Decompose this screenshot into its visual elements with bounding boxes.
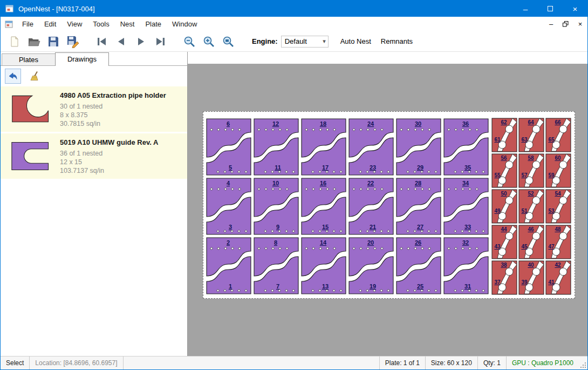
drawing-area: 103.7137 sq/in bbox=[60, 166, 158, 175]
tab-strip: PlatesDrawings bbox=[1, 52, 187, 65]
save-button[interactable] bbox=[44, 33, 63, 50]
nest-part-pair-purple[interactable]: 28 27 bbox=[395, 177, 442, 236]
status-plate: Plate: 1 of 1 bbox=[379, 356, 425, 369]
part-number: 22 bbox=[367, 180, 374, 186]
drawing-list-item-2[interactable]: 5019 A10 UHMW guide Rev. A 36 of 1 neste… bbox=[1, 133, 187, 179]
nest-part-pair-red[interactable]: 44 43 bbox=[491, 224, 518, 260]
nest-part-pair-red[interactable]: 56 55 bbox=[491, 153, 518, 189]
nest-part-pair-purple[interactable]: 22 21 bbox=[347, 177, 395, 236]
maximize-button[interactable] bbox=[538, 1, 563, 17]
next-button[interactable] bbox=[131, 33, 151, 50]
tab-drawings[interactable]: Drawings bbox=[55, 52, 109, 66]
remnants-button[interactable]: Remnants bbox=[378, 35, 416, 48]
part-number: 18 bbox=[320, 120, 326, 127]
drawing-list-item-1[interactable]: 4980 A05 Extraction pipe holder 30 of 1 … bbox=[1, 86, 187, 132]
zoom-out-button[interactable] bbox=[180, 33, 199, 50]
nest-part-pair-purple[interactable]: 26 25 bbox=[395, 236, 442, 295]
drawings-toolbar bbox=[1, 66, 187, 86]
nest-part-pair-red[interactable]: 58 57 bbox=[518, 153, 545, 189]
new-button[interactable] bbox=[5, 33, 24, 50]
menu-item-nest[interactable]: Nest bbox=[115, 17, 140, 31]
clear-drawings-button[interactable] bbox=[26, 69, 43, 84]
nest-part-pair-red[interactable]: 64 63 bbox=[518, 117, 545, 153]
nest-part-pair-purple[interactable]: 8 7 bbox=[252, 236, 300, 295]
menu-item-file[interactable]: File bbox=[17, 17, 39, 31]
nest-part-pair-red[interactable]: 52 51 bbox=[518, 189, 545, 224]
nest-part-pair-purple[interactable]: 2 1 bbox=[205, 236, 252, 295]
part-number: 58 bbox=[528, 155, 534, 161]
nest-part-pair-purple[interactable]: 12 11 bbox=[252, 117, 300, 177]
nest-part-pair-purple[interactable]: 16 15 bbox=[300, 177, 347, 236]
engine-label: Engine: bbox=[252, 37, 278, 45]
nest-part-pair-purple[interactable]: 36 35 bbox=[442, 117, 490, 177]
part-number: 17 bbox=[322, 164, 329, 171]
nest-part-pair-red[interactable]: 62 61 bbox=[491, 117, 518, 153]
nest-part-pair-red[interactable]: 46 45 bbox=[518, 224, 545, 260]
nest-part-pair-red[interactable]: 66 65 bbox=[545, 117, 572, 153]
save-floppy-icon bbox=[47, 36, 59, 48]
drawing-size: 12 x 15 bbox=[60, 158, 158, 166]
zoom-in-icon bbox=[202, 35, 215, 48]
part-number: 54 bbox=[555, 191, 561, 197]
restore-icon bbox=[563, 21, 569, 27]
part-number: 62 bbox=[501, 119, 507, 125]
menu-item-tools[interactable]: Tools bbox=[87, 17, 114, 31]
nest-part-pair-purple[interactable]: 20 19 bbox=[347, 236, 395, 295]
nest-part-pair-purple[interactable]: 30 29 bbox=[395, 117, 442, 177]
minimize-button[interactable]: – bbox=[513, 1, 538, 17]
zoom-in-button[interactable] bbox=[199, 33, 218, 50]
status-gpu: GPU : Quadro P1000 bbox=[506, 356, 579, 369]
part-number: 35 bbox=[464, 164, 471, 171]
window-title: OpenNest - [N0317-004] bbox=[18, 5, 513, 13]
nest-part-pair-purple[interactable]: 4 3 bbox=[205, 177, 252, 236]
menu-item-plate[interactable]: Plate bbox=[140, 17, 167, 31]
nest-canvas[interactable]: 6 5 12 11 18 17 24 23 30 29 36 35 4 3 bbox=[188, 52, 587, 356]
nest-part-pair-purple[interactable]: 14 13 bbox=[300, 236, 347, 295]
nest-part-pair-purple[interactable]: 10 9 bbox=[252, 177, 300, 236]
new-document-icon bbox=[9, 36, 20, 48]
nest-part-pair-purple[interactable]: 32 31 bbox=[442, 236, 490, 295]
part-number: 39 bbox=[521, 279, 528, 285]
part-number: 10 bbox=[272, 180, 279, 186]
last-button[interactable] bbox=[151, 33, 170, 50]
mdi-restore-button[interactable] bbox=[558, 18, 573, 30]
nest-part-pair-red[interactable]: 54 53 bbox=[545, 189, 572, 224]
part-number: 47 bbox=[548, 244, 555, 250]
mdi-child-icon[interactable] bbox=[5, 20, 13, 29]
tab-plates[interactable]: Plates bbox=[2, 53, 56, 65]
part-number: 56 bbox=[501, 155, 507, 161]
nest-part-pair-red[interactable]: 38 37 bbox=[491, 260, 518, 295]
nest-part-pair-purple[interactable]: 34 33 bbox=[442, 177, 490, 236]
part-number: 31 bbox=[464, 283, 471, 290]
plate[interactable]: 6 5 12 11 18 17 24 23 30 29 36 35 4 3 bbox=[203, 111, 575, 299]
close-button[interactable]: × bbox=[563, 1, 587, 17]
nest-part-pair-purple[interactable]: 6 5 bbox=[205, 117, 252, 177]
nest-part-pair-purple[interactable]: 18 17 bbox=[300, 117, 347, 177]
engine-select[interactable]: Default ▾ bbox=[281, 36, 329, 48]
nest-part-pair-red[interactable]: 40 39 bbox=[518, 260, 545, 295]
menu-item-window[interactable]: Window bbox=[167, 17, 202, 31]
part-number: 65 bbox=[548, 137, 555, 143]
previous-button[interactable] bbox=[112, 33, 131, 50]
menu-item-edit[interactable]: Edit bbox=[39, 17, 61, 31]
nest-part-pair-red[interactable]: 50 49 bbox=[491, 189, 518, 224]
zoom-fit-button[interactable] bbox=[218, 33, 238, 50]
nest-part-pair-red[interactable]: 48 47 bbox=[545, 224, 572, 260]
auto-nest-button[interactable]: Auto Nest bbox=[337, 35, 374, 48]
part-number: 7 bbox=[276, 283, 279, 290]
nest-part-pair-red[interactable]: 42 41 bbox=[545, 260, 572, 295]
import-drawing-button[interactable] bbox=[5, 69, 21, 84]
drawing-size: 8 x 8.375 bbox=[60, 111, 166, 119]
app-icon bbox=[5, 4, 14, 13]
mdi-minimize-button[interactable]: – bbox=[544, 18, 558, 30]
menu-item-view[interactable]: View bbox=[61, 17, 87, 31]
resize-grip[interactable] bbox=[579, 356, 587, 369]
first-button[interactable] bbox=[92, 33, 112, 50]
mdi-close-button[interactable]: × bbox=[573, 18, 587, 30]
open-button[interactable] bbox=[24, 33, 44, 50]
save-as-button[interactable] bbox=[63, 33, 83, 50]
nest-part-pair-red[interactable]: 60 59 bbox=[545, 153, 572, 189]
nest-part-pair-purple[interactable]: 24 23 bbox=[347, 117, 395, 177]
save-as-floppy-pencil-icon bbox=[66, 35, 79, 48]
part-number: 61 bbox=[494, 137, 501, 143]
